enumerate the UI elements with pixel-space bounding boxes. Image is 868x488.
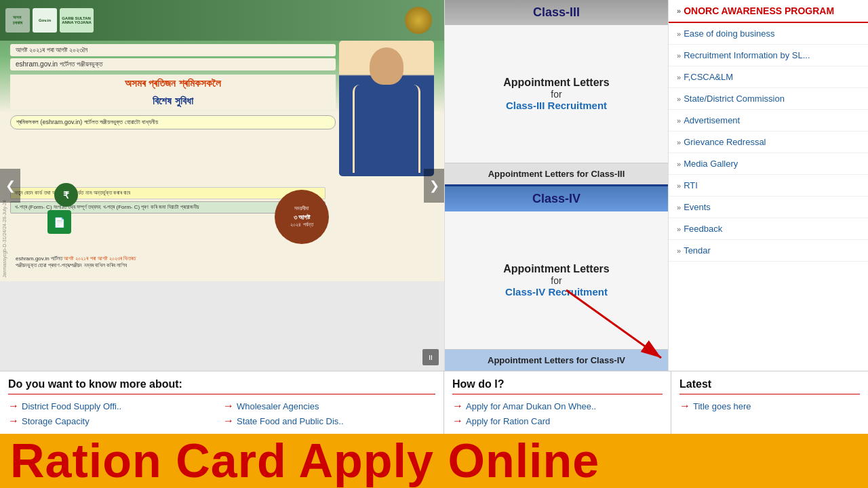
arrow-icon-3: → bbox=[8, 415, 19, 427]
carousel-pause-button[interactable]: ⏸ bbox=[422, 349, 439, 365]
sidebar-item-recruitment[interactable]: » Recruitment Information by SL... bbox=[669, 45, 868, 66]
bullet-icon: » bbox=[677, 95, 681, 103]
appt-class3-link[interactable]: Class-III Recruitment bbox=[506, 100, 607, 111]
carousel-next-button[interactable]: ❯ bbox=[424, 169, 444, 203]
sidebar-item-advertisement[interactable]: » Advertisement bbox=[669, 110, 868, 131]
know-more-grid: → District Food Supply Offi.. → Wholesal… bbox=[8, 400, 435, 427]
banner-line1: আগষ্ট ২০২১ৰ পৰা আগষ্ট ২০২৩লৈ bbox=[10, 44, 336, 56]
sidebar-link-state-district[interactable]: State/District Commission bbox=[684, 94, 785, 104]
know-more-section: Do you want to know more about: → Distri… bbox=[0, 371, 444, 434]
know-more-title: Do you want to know more about: bbox=[8, 378, 435, 394]
sidebar-list: » ONORC AWARENESS PROGRAM » Ease of doin… bbox=[669, 0, 868, 262]
sidebar-item-grievance[interactable]: » Grievance Redressal bbox=[669, 131, 868, 153]
arrow-icon-6: → bbox=[452, 415, 463, 427]
page-wrapper: অসমচৰকাৰ Gov.in GARB SULTANANNA YOJANA আ… bbox=[0, 0, 868, 488]
bottom-banner-text: Ration Card Apply Online bbox=[10, 437, 858, 485]
sidebar-link-fcsca[interactable]: F,CSCA&LM bbox=[684, 72, 733, 82]
know-more-link-2[interactable]: Wholesaler Agencies bbox=[237, 401, 319, 411]
latest-section: Latest → Title goes here bbox=[671, 371, 868, 434]
latest-item-1[interactable]: → Title goes here bbox=[679, 400, 860, 412]
logo-gov: Gov.in bbox=[33, 8, 57, 33]
bottom-rows: Do you want to know more about: → Distri… bbox=[0, 371, 868, 488]
how-do-i-item-2[interactable]: → Apply for Ration Card bbox=[452, 415, 663, 427]
banner-top-bar: অসমচৰকাৰ Gov.in GARB SULTANANNA YOJANA bbox=[0, 0, 444, 41]
sidebar-link-events[interactable]: Events bbox=[684, 202, 711, 212]
arrow-icon-2: → bbox=[223, 400, 234, 412]
info-row: Do you want to know more about: → Distri… bbox=[0, 371, 868, 434]
person-head bbox=[370, 47, 403, 85]
sidebar-link-ease[interactable]: Ease of doing business bbox=[684, 28, 774, 39]
know-more-item-4[interactable]: → State Food and Public Dis.. bbox=[223, 415, 435, 427]
appt-class4-link[interactable]: Class-IV Recruitment bbox=[505, 286, 608, 298]
time-circle: সময়সীমা ৩ আগষ্ট ২০২৪ পৰ্যন্ত bbox=[275, 190, 329, 244]
latest-title: Latest bbox=[679, 378, 860, 394]
sidebar-item-events[interactable]: » Events bbox=[669, 197, 868, 218]
how-do-i-item-1[interactable]: → Apply for Amar Dukan On Whee.. bbox=[452, 400, 663, 412]
know-more-item-3[interactable]: → Storage Capacity bbox=[8, 415, 220, 427]
bullet-icon: » bbox=[677, 73, 681, 81]
appt-class4-title: Class-IV bbox=[532, 192, 580, 205]
sidebar-link-advertisement[interactable]: Advertisement bbox=[684, 115, 740, 125]
appt-class4-for: for bbox=[551, 275, 561, 286]
sidebar-item-tendar[interactable]: » Tendar bbox=[669, 240, 868, 262]
sidebar-item-state-district[interactable]: » State/District Commission bbox=[669, 88, 868, 110]
arrow-icon-4: → bbox=[223, 415, 234, 427]
how-do-i-section: How do I? → Apply for Amar Dukan On Whee… bbox=[444, 371, 671, 434]
know-more-item-1[interactable]: → District Food Supply Offi.. bbox=[8, 400, 220, 412]
know-more-link-3[interactable]: Storage Capacity bbox=[22, 416, 90, 426]
bullet-icon: » bbox=[677, 225, 681, 233]
banner-title: অসমৰ প্ৰতিজন শ্ৰমিকসকলৈ bbox=[10, 75, 336, 92]
bullet-icon: » bbox=[677, 7, 681, 15]
sidebar: » ONORC AWARENESS PROGRAM » Ease of doin… bbox=[668, 0, 868, 371]
bullet-icon: » bbox=[677, 30, 681, 38]
sidebar-item-rti[interactable]: » RTI bbox=[669, 175, 868, 197]
sidebar-item-media-gallery[interactable]: » Media Gallery bbox=[669, 153, 868, 175]
arrow-icon-5: → bbox=[452, 400, 463, 412]
logo-garb: GARB SULTANANNA YOJANA bbox=[60, 8, 94, 33]
sidebar-link-recruitment[interactable]: Recruitment Information by SL... bbox=[684, 50, 810, 60]
appt-class3-title: Class-III bbox=[533, 5, 580, 19]
bullet-icon: » bbox=[677, 203, 681, 211]
bottom-text: eshram.gov.in পৰ্টেলত আগষ্ট ২০২১ৰ পৰা আগ… bbox=[10, 253, 434, 271]
doc-icon: 📄 bbox=[47, 210, 71, 234]
appt-class4-body: Appointment Letters for Class-IV Recruit… bbox=[445, 211, 668, 349]
person-body bbox=[353, 85, 420, 173]
know-more-link-1[interactable]: District Food Supply Offi.. bbox=[22, 401, 121, 411]
sidebar-item-fcsca[interactable]: » F,CSCA&LM bbox=[669, 66, 868, 88]
appt-class3-letters: Appointment Letters bbox=[503, 77, 609, 89]
carousel-section: অসমচৰকাৰ Gov.in GARB SULTANANNA YOJANA আ… bbox=[0, 0, 444, 371]
bullet-icon: » bbox=[677, 247, 681, 255]
sidebar-link-feedback[interactable]: Feedback bbox=[684, 224, 722, 234]
how-do-i-title: How do I? bbox=[452, 378, 663, 394]
banner-line2: eshram.gov.in পৰ্টেলত পঞ্জীয়নভুক্ত bbox=[10, 58, 336, 70]
know-more-link-4[interactable]: State Food and Public Dis.. bbox=[237, 416, 344, 426]
sidebar-item-onorc[interactable]: » ONORC AWARENESS PROGRAM bbox=[669, 0, 868, 23]
banner-text-area: আগষ্ট ২০২১ৰ পৰা আগষ্ট ২০২৩লৈ eshram.gov.… bbox=[10, 44, 336, 129]
sidebar-item-ease[interactable]: » Ease of doing business bbox=[669, 23, 868, 45]
bottom-banner: Ration Card Apply Online bbox=[0, 434, 868, 488]
appt-class3-body: Appointment Letters for Class-III Recrui… bbox=[445, 25, 668, 163]
appt-class3-footer: Appointment Letters for Class-III bbox=[445, 163, 668, 184]
know-more-item-2[interactable]: → Wholesaler Agencies bbox=[223, 400, 435, 412]
bullet-icon: » bbox=[677, 160, 681, 168]
sidebar-link-rti[interactable]: RTI bbox=[684, 180, 698, 190]
appt-class4-header: Class-IV bbox=[445, 186, 668, 211]
how-do-i-link-2[interactable]: Apply for Ration Card bbox=[466, 416, 550, 426]
banner-subtitle: বিশেষ সুবিধা bbox=[10, 92, 336, 110]
sidebar-link-onorc[interactable]: ONORC AWARENESS PROGRAM bbox=[684, 5, 834, 16]
content-row: অসমচৰকাৰ Gov.in GARB SULTANANNA YOJANA আ… bbox=[0, 0, 868, 371]
carousel-image: অসমচৰকাৰ Gov.in GARB SULTANANNA YOJANA আ… bbox=[0, 0, 444, 281]
banner-eshram: শ্ৰমিকসকল (eshram.gov.in) পৰ্টেলত পঞ্জীয… bbox=[10, 115, 336, 129]
banner-person bbox=[339, 41, 434, 176]
sidebar-link-grievance[interactable]: Grievance Redressal bbox=[684, 137, 766, 147]
carousel-prev-button[interactable]: ❮ bbox=[0, 169, 20, 203]
latest-link-1[interactable]: Title goes here bbox=[693, 401, 751, 411]
sidebar-link-tendar[interactable]: Tendar bbox=[684, 245, 711, 256]
appointment-section: Class-III Appointment Letters for Class-… bbox=[444, 0, 668, 371]
watermark: Janmassycgb-D-31/24/24-28-July-24 bbox=[2, 200, 7, 278]
appt-class4-letters: Appointment Letters bbox=[503, 263, 609, 275]
banner-emblem bbox=[405, 7, 432, 34]
sidebar-item-feedback[interactable]: » Feedback bbox=[669, 218, 868, 240]
how-do-i-link-1[interactable]: Apply for Amar Dukan On Whee.. bbox=[466, 401, 596, 411]
sidebar-link-media-gallery[interactable]: Media Gallery bbox=[684, 159, 738, 169]
